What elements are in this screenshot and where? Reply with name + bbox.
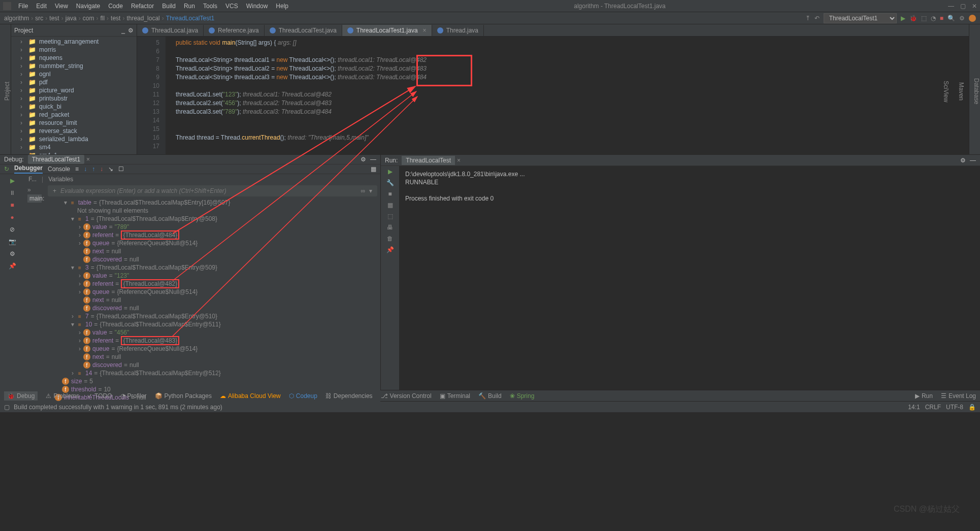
menu-view[interactable]: View bbox=[52, 2, 71, 11]
crumb[interactable]: com bbox=[83, 15, 94, 22]
coverage-icon[interactable]: ⬚ bbox=[921, 15, 927, 22]
frames-label[interactable]: F... bbox=[28, 176, 37, 183]
run-icon[interactable]: ▶ bbox=[901, 15, 905, 22]
crumb[interactable]: src bbox=[35, 15, 43, 22]
menu-help[interactable]: Help bbox=[273, 2, 291, 11]
gear-icon[interactable]: ⚙ bbox=[128, 27, 134, 34]
tool-todo[interactable]: ✓ TODO bbox=[87, 392, 112, 400]
force-step-icon[interactable]: ↓ bbox=[100, 165, 103, 173]
profile-icon[interactable]: ◔ bbox=[931, 15, 936, 22]
avatar-icon[interactable] bbox=[969, 15, 976, 22]
evaluate-icon[interactable]: ☐ bbox=[118, 165, 124, 173]
tab[interactable]: Reference.java bbox=[204, 25, 265, 36]
frame-main[interactable]: main: bbox=[27, 194, 42, 203]
tool-icon[interactable]: 🔧 bbox=[386, 179, 394, 186]
resume-icon[interactable]: ▶ bbox=[10, 177, 15, 184]
minimize-icon[interactable]: — bbox=[970, 157, 976, 164]
menu-vcs[interactable]: VCS bbox=[222, 2, 241, 11]
debug-config-tab[interactable]: ThreadLocalTest1 bbox=[28, 155, 84, 164]
print-icon[interactable]: 🖶 bbox=[387, 224, 393, 231]
tool-build[interactable]: 🔨 Build bbox=[478, 392, 502, 400]
menu-run[interactable]: Run bbox=[181, 2, 198, 11]
crumb[interactable]: thread_local bbox=[126, 15, 159, 22]
rerun-icon[interactable]: ↻ bbox=[4, 165, 9, 173]
rail-maven[interactable]: Maven bbox=[958, 82, 965, 101]
tab[interactable]: Thread.java bbox=[432, 25, 484, 36]
stop-icon[interactable]: ■ bbox=[940, 15, 943, 22]
evaluate-input-row[interactable]: + ∞ ▾ bbox=[48, 185, 377, 196]
tool-event-log[interactable]: ☰ Event Log bbox=[941, 392, 976, 400]
gear-icon[interactable]: ⚙ bbox=[960, 157, 966, 164]
camera-icon[interactable]: 📷 bbox=[9, 238, 16, 245]
crumb[interactable]: java bbox=[66, 15, 77, 22]
stop-icon[interactable]: ■ bbox=[10, 202, 14, 209]
crumb[interactable]: test bbox=[111, 15, 120, 22]
run-to-cursor-icon[interactable]: ↘ bbox=[108, 165, 113, 173]
project-tree[interactable]: ›📁meeting_arrangement ›📁morris ›📁nqueens… bbox=[11, 37, 137, 154]
variables-tree[interactable]: ▾≡table={ThreadLocal$ThreadLocalMap$Entr… bbox=[45, 197, 380, 403]
stop-icon[interactable]: ■ bbox=[388, 190, 391, 197]
tab-close-icon[interactable]: × bbox=[86, 156, 90, 163]
tool-python-packages[interactable]: 📦 Python Packages bbox=[155, 392, 212, 400]
mute-breakpoints-icon[interactable]: ⊘ bbox=[10, 226, 15, 233]
filter-icon[interactable]: ⬚ bbox=[387, 213, 393, 220]
step-into-icon[interactable]: ↓ bbox=[84, 165, 87, 173]
trash-icon[interactable]: 🗑 bbox=[387, 235, 393, 242]
settings-icon[interactable]: ⚙ bbox=[959, 15, 965, 22]
minimize-icon[interactable]: — bbox=[370, 156, 376, 163]
infinity-icon[interactable]: ∞ bbox=[361, 187, 365, 194]
crumb[interactable]: algorithm bbox=[4, 15, 29, 22]
close-icon[interactable]: ✕ bbox=[972, 3, 977, 10]
status-hide-icon[interactable]: ▢ bbox=[4, 404, 10, 411]
tool-debug[interactable]: 🐞 Debug bbox=[4, 391, 38, 401]
crumb[interactable]: test bbox=[49, 15, 59, 22]
menu-edit[interactable]: Edit bbox=[33, 2, 50, 11]
pin-icon[interactable]: 📌 bbox=[9, 262, 16, 270]
run-config-select[interactable]: ThreadLocalTest1 bbox=[824, 13, 897, 23]
menu-navigate[interactable]: Navigate bbox=[73, 2, 103, 11]
tool-dependencies[interactable]: ⛓ Dependencies bbox=[325, 392, 373, 400]
layout-icon[interactable]: ▦ bbox=[371, 165, 376, 173]
menu-build[interactable]: Build bbox=[159, 2, 179, 11]
menu-tools[interactable]: Tools bbox=[200, 2, 220, 11]
pause-icon[interactable]: ⏸ bbox=[9, 189, 15, 196]
tool-alibaba-cloud[interactable]: ☁ Alibaba Cloud View bbox=[220, 392, 281, 400]
minimize-icon[interactable]: — bbox=[948, 3, 954, 10]
chevron-down-icon[interactable]: ▾ bbox=[369, 187, 372, 194]
tab-close-icon[interactable]: × bbox=[457, 157, 461, 164]
pin-icon[interactable]: 📌 bbox=[386, 246, 394, 253]
add-icon[interactable]: + bbox=[53, 187, 56, 194]
tool-version-control[interactable]: ⎇ Version Control bbox=[381, 392, 432, 400]
tool-codeup[interactable]: ⬡ Codeup bbox=[289, 392, 317, 400]
maximize-icon[interactable]: ▢ bbox=[960, 3, 966, 10]
rail-database[interactable]: Database bbox=[973, 78, 980, 104]
step-over-icon[interactable]: ≡ bbox=[75, 165, 79, 173]
add-config-icon[interactable]: ⤒ bbox=[805, 15, 810, 22]
tab-console[interactable]: Console bbox=[48, 165, 70, 173]
debug-icon[interactable]: 🐞 bbox=[909, 15, 917, 22]
gear-icon[interactable]: ⚙ bbox=[361, 156, 366, 163]
tab[interactable]: ThreadLocalTest.java bbox=[265, 25, 342, 36]
search-icon[interactable]: 🔍 bbox=[948, 15, 955, 22]
tab-close-icon[interactable]: × bbox=[423, 27, 427, 34]
layout-icon[interactable]: ▦ bbox=[387, 202, 393, 209]
rail-project[interactable]: Project bbox=[4, 82, 11, 101]
console-output[interactable]: D:\developtools\jdk1.8.0_281\bin\java.ex… bbox=[399, 166, 980, 390]
rail-sciview[interactable]: SciView bbox=[942, 81, 950, 102]
tool-problems[interactable]: ⚠ Problems bbox=[46, 392, 79, 400]
status-lock-icon[interactable]: 🔒 bbox=[968, 404, 976, 411]
tab-debugger[interactable]: Debugger bbox=[14, 164, 43, 174]
status-pos[interactable]: 14:1 bbox=[908, 404, 920, 411]
menu-refactor[interactable]: Refactor bbox=[128, 2, 157, 11]
crumb[interactable]: fll bbox=[100, 15, 105, 22]
crumb-active[interactable]: ThreadLocalTest1 bbox=[166, 15, 214, 22]
code-lines[interactable]: public static void main(String[] args) {… bbox=[166, 37, 980, 154]
run-config-tab[interactable]: ThreadLocalTest bbox=[402, 156, 455, 165]
collapse-icon[interactable]: ⎯ bbox=[121, 27, 125, 34]
tool-terminal[interactable]: ▣ Terminal bbox=[440, 392, 470, 400]
back-icon[interactable]: ↶ bbox=[814, 15, 820, 22]
tab-active[interactable]: ThreadLocalTest1.java× bbox=[342, 25, 432, 36]
tool-profiler[interactable]: ◔ Profiler bbox=[120, 392, 147, 400]
tool-run[interactable]: ▶ Run bbox=[915, 392, 933, 400]
settings-icon[interactable]: ⚙ bbox=[10, 250, 15, 257]
